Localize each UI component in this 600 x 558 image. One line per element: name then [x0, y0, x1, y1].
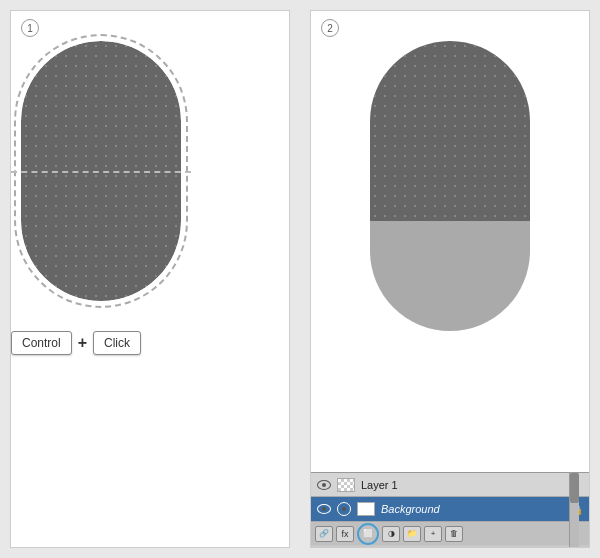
scrollbar[interactable]	[569, 473, 579, 547]
background-layer-row[interactable]: Background 🔒	[311, 497, 589, 521]
mic-divider-1	[11, 171, 191, 173]
fx-tool-button[interactable]: fx	[336, 526, 354, 542]
mic-body-2	[370, 41, 530, 331]
new-layer-button[interactable]: +	[424, 526, 442, 542]
plus-icon: +	[78, 334, 87, 352]
panel-1: 1 Control + Click	[10, 10, 290, 548]
layer-1-name: Layer 1	[361, 479, 583, 491]
link-tool-button[interactable]: 🔗	[315, 526, 333, 542]
step-number-1: 1	[21, 19, 39, 37]
click-key-button[interactable]: Click	[93, 331, 141, 355]
eye-icon-background[interactable]	[317, 504, 331, 514]
control-key-button[interactable]: Control	[11, 331, 72, 355]
scrollbar-thumb	[570, 473, 579, 503]
adjust-tool-button[interactable]: ◑	[382, 526, 400, 542]
background-layer-name: Background	[381, 503, 565, 515]
step-number-2: 2	[321, 19, 339, 37]
mic-lower-2	[370, 221, 530, 331]
layers-toolbar: 🔗 fx ⬜ ◑ 📁 + 🗑	[311, 521, 589, 545]
microphone-1	[11, 41, 191, 321]
panel-2: 2 Layer 1 Background 🔒	[310, 10, 590, 548]
layer-1-row[interactable]: Layer 1	[311, 473, 589, 497]
eye-icon-layer1[interactable]	[317, 480, 331, 490]
mask-tool-button[interactable]: ⬜	[357, 523, 379, 545]
delete-layer-button[interactable]: 🗑	[445, 526, 463, 542]
mic-upper-2	[370, 41, 530, 221]
eye-icon-background2[interactable]	[337, 502, 351, 516]
keyboard-shortcut-row: Control + Click	[11, 331, 289, 355]
layers-panel: Layer 1 Background 🔒 🔗 fx ⬜ ◑ 📁 + 🗑	[311, 472, 589, 547]
mask-icon: ⬜	[363, 529, 373, 538]
layer-thumb-1	[337, 478, 355, 492]
group-tool-button[interactable]: 📁	[403, 526, 421, 542]
microphone-2	[360, 41, 540, 341]
layer-thumb-bg	[357, 502, 375, 516]
